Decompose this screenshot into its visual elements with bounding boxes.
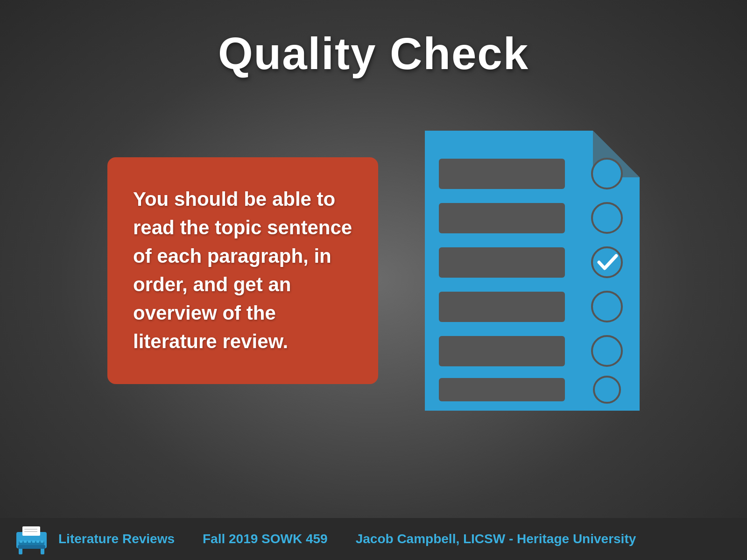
content-area: You should be able to read the topic sen… [0,112,747,429]
svg-point-11 [592,336,622,366]
svg-rect-20 [24,540,27,543]
footer-author: Jacob Campbell, LICSW - Heritage Univers… [356,532,636,546]
svg-rect-4 [439,203,565,233]
checklist-svg [425,131,640,411]
svg-rect-23 [36,540,39,543]
footer-course-label: Literature Reviews [58,532,175,546]
page-title: Quality Check [0,28,747,79]
svg-point-3 [592,159,622,189]
footer-course-code: Fall 2019 SOWK 459 [203,532,328,546]
svg-rect-19 [20,540,22,543]
svg-rect-26 [41,548,44,554]
svg-rect-24 [41,540,43,543]
svg-rect-8 [439,292,565,322]
svg-rect-2 [439,159,565,189]
checklist-icon [425,131,640,411]
svg-point-5 [592,203,622,233]
svg-rect-12 [439,378,565,401]
red-box-text: You should be able to read the topic sen… [133,185,352,356]
svg-point-7 [592,247,622,277]
svg-rect-25 [19,548,22,554]
svg-rect-21 [28,540,31,543]
red-box: You should be able to read the topic sen… [107,157,378,384]
svg-rect-18 [19,541,44,545]
svg-point-9 [592,292,622,322]
svg-rect-22 [32,540,35,543]
svg-rect-6 [439,247,565,278]
footer-logo [14,523,49,555]
svg-point-13 [594,377,620,403]
title-area: Quality Check [0,0,747,93]
footer: Literature Reviews Fall 2019 SOWK 459 Ja… [0,518,747,560]
svg-rect-27 [18,545,45,549]
svg-rect-10 [439,336,565,366]
